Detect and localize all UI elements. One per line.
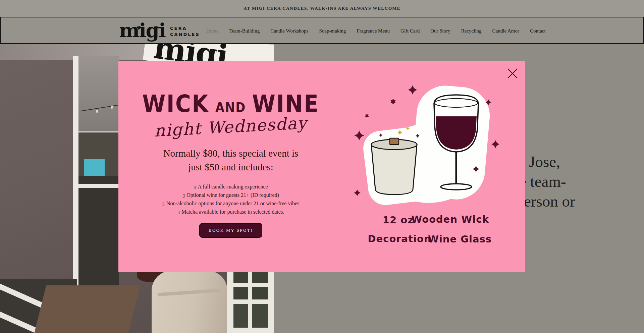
popup-copy: WICK AND WINE night Wednesday Normally $… — [144, 92, 318, 238]
title-wick: WICK — [142, 90, 209, 118]
nav-item-fragrance-menu[interactable]: Fragrance Menu — [357, 28, 390, 34]
candle-graphic — [371, 138, 417, 195]
feature-item: ▯A full candle-making experience — [144, 183, 318, 191]
label-12oz: 12 oz — [383, 214, 414, 226]
nav-item-home[interactable]: Home — [206, 28, 219, 34]
candle-wine-illustration — [349, 79, 523, 213]
popup-feature-list: ▯A full candle-making experience ▯Option… — [144, 183, 318, 216]
light-bulb — [111, 106, 113, 109]
emoji-placeholder-icon: ▯ — [194, 184, 196, 189]
emoji-placeholder-icon: ▯ — [177, 210, 180, 215]
page-heading-line: e team- — [519, 172, 566, 190]
popup-intro: Normally $80, this special event is just… — [144, 147, 318, 174]
person — [152, 271, 227, 333]
page: AT MIGI CERA CANDLES, WALK-INS ARE ALWAY… — [0, 0, 644, 333]
announcement-bar: AT MIGI CERA CANDLES, WALK-INS ARE ALWAY… — [0, 0, 644, 17]
announcement-text: AT MIGI CERA CANDLES, WALK-INS ARE ALWAY… — [244, 6, 400, 11]
nav-item-team-building[interactable]: Team-Building — [229, 28, 260, 34]
feature-item: ▯Matcha available for purchase in select… — [144, 208, 318, 216]
title-and: AND — [215, 100, 246, 115]
page-heading-line: erson or — [524, 192, 575, 210]
emoji-placeholder-icon: ▯ — [162, 201, 165, 206]
nav-item-candle-workshops[interactable]: Candle Workshops — [270, 28, 308, 34]
main-nav: Home Team-Building Candle Workshops Soap… — [206, 17, 546, 45]
feature-item: ▯Optional wine for guests 21+ (ID requir… — [144, 191, 318, 200]
window-mullion — [78, 184, 119, 188]
logo-wordmark: migi ♥ ♥ — [119, 21, 165, 40]
logo-tagline: CERA CANDLES — [170, 25, 200, 38]
emoji-placeholder-icon: ▯ — [182, 193, 185, 198]
nav-item-candle-amor[interactable]: Candle Amor — [492, 28, 519, 34]
nav-item-gift-card[interactable]: Gift Card — [400, 28, 420, 34]
label-wooden-wick: Wooden Wick — [411, 214, 489, 225]
nav-item-our-story[interactable]: Our Story — [430, 28, 450, 34]
door-mullion — [248, 271, 252, 328]
close-icon[interactable] — [506, 67, 519, 80]
label-decoration: Decoration — [368, 233, 431, 244]
nav-item-contact[interactable]: Contact — [530, 28, 546, 34]
feature-item: ▯Non-alcoholic options for anyone under … — [144, 200, 318, 208]
nav-item-soap-making[interactable]: Soap-making — [319, 28, 346, 34]
heart-icon: ♥ — [137, 18, 141, 38]
intro-line-2: just $50 and includes: — [144, 160, 318, 174]
site-header: migi ♥ ♥ CERA CANDLES Home Team-Building… — [0, 17, 644, 44]
popup-title: WICK AND WINE — [144, 90, 318, 118]
nav-item-recycling[interactable]: Recycling — [461, 28, 482, 34]
light-bulb — [96, 110, 98, 113]
heart-icon: ♥ — [154, 18, 158, 38]
window-glass — [78, 56, 119, 132]
intro-line-1: Normally $80, this special event is — [144, 147, 318, 160]
logo[interactable]: migi ♥ ♥ CERA CANDLES — [119, 21, 200, 40]
promo-popup: WICK AND WINE night Wednesday Normally $… — [118, 61, 525, 272]
door-mullion — [233, 283, 268, 287]
book-my-spot-button[interactable]: BOOK MY SPOT! — [199, 223, 262, 238]
label-wine-glass: Wine Glass — [428, 233, 492, 245]
floor — [34, 285, 140, 333]
